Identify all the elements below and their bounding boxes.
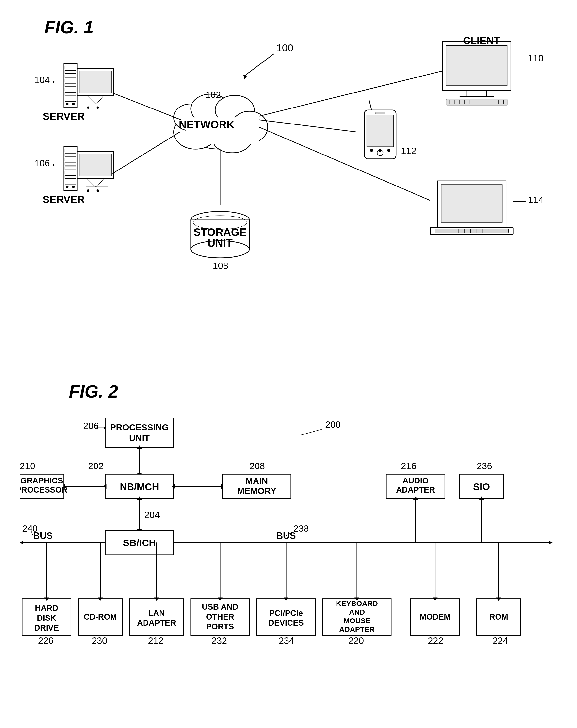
- keyboard-label2: AND: [349, 608, 365, 616]
- svg-line-23: [87, 96, 96, 104]
- rom-label: ROM: [490, 612, 508, 621]
- network-cloud: NETWORK: [174, 94, 268, 153]
- ref-106-label: 106: [34, 158, 50, 168]
- lan-adapter-label2: ADAPTER: [137, 618, 176, 627]
- svg-line-51: [112, 132, 180, 174]
- ref-112-label: 112: [401, 146, 417, 156]
- processing-unit-label1: PROCESSING: [110, 422, 169, 432]
- ref-240: 240: [22, 523, 37, 534]
- svg-rect-22: [79, 71, 111, 93]
- ref-212: 212: [148, 635, 164, 646]
- sb-ich-label: SB/ICH: [123, 537, 156, 548]
- svg-rect-88: [441, 184, 502, 223]
- sio-label: SIO: [473, 481, 490, 492]
- ref-220: 220: [348, 635, 364, 646]
- mobile-device: [364, 100, 396, 159]
- ref-236: 236: [477, 461, 492, 471]
- svg-marker-129: [549, 540, 552, 545]
- ref-102-label: 102: [205, 89, 221, 100]
- lan-adapter-label1: LAN: [148, 608, 165, 618]
- network-label: NETWORK: [179, 119, 234, 131]
- ref-208: 208: [249, 461, 265, 471]
- ref-100-label: 100: [276, 42, 294, 54]
- processing-unit-label2: UNIT: [129, 433, 150, 443]
- svg-point-27: [97, 106, 99, 109]
- svg-marker-29: [53, 81, 55, 83]
- svg-rect-63: [446, 99, 507, 105]
- ref-216: 216: [401, 461, 417, 471]
- pci-label2: DEVICES: [268, 618, 304, 627]
- laptop-icon: [430, 181, 513, 234]
- svg-point-46: [87, 189, 90, 192]
- audio-adapter-label2: ADAPTER: [396, 485, 435, 494]
- ref-202: 202: [88, 461, 104, 471]
- fig2-svg: 200 PROCESSING UNIT 206 NB/MCH 202: [20, 379, 557, 723]
- svg-line-104: [301, 429, 323, 435]
- hard-disk-label2: DISK: [37, 613, 56, 622]
- usb-label1: USB AND: [202, 602, 238, 612]
- modem-label: MODEM: [420, 612, 451, 621]
- audio-adapter-label1: AUDIO: [402, 476, 429, 485]
- nb-mch-label: NB/MCH: [120, 481, 159, 492]
- svg-point-84: [379, 149, 381, 152]
- server2-icon: [64, 147, 114, 192]
- svg-marker-49: [53, 164, 55, 166]
- svg-text:STORAGE: STORAGE: [194, 226, 246, 238]
- ref-204: 204: [144, 510, 160, 520]
- svg-point-39: [66, 186, 69, 188]
- ref-200: 200: [325, 419, 341, 430]
- server2-label: SERVER: [43, 193, 85, 205]
- svg-line-24: [97, 96, 104, 104]
- storage-unit: STORAGE UNIT: [191, 211, 249, 258]
- svg-rect-10: [64, 64, 77, 108]
- hard-disk-label3: DRIVE: [34, 623, 59, 632]
- server1-label: SERVER: [43, 110, 85, 122]
- usb-label2: OTHER: [206, 612, 234, 621]
- svg-line-86: [259, 120, 357, 132]
- svg-rect-60: [446, 45, 507, 86]
- svg-point-85: [387, 149, 390, 152]
- svg-point-19: [66, 103, 69, 105]
- svg-marker-1: [243, 75, 247, 79]
- svg-line-82: [369, 100, 372, 110]
- svg-line-0: [245, 54, 274, 76]
- hard-disk-label1: HARD: [35, 603, 58, 613]
- ref-104-label: 104: [34, 75, 50, 85]
- graphics-processor-label1: GRAPHICS: [20, 476, 63, 485]
- svg-point-40: [72, 186, 75, 188]
- fig1-diagram: FIG. 1 100 NETWORK 102: [20, 15, 557, 359]
- usb-label3: PORTS: [206, 622, 234, 631]
- keyboard-label3: MOUSE: [343, 617, 370, 625]
- svg-rect-80: [375, 112, 385, 114]
- fig1-svg: 100 NETWORK 102: [20, 15, 557, 359]
- main-memory-label1: MAIN: [245, 476, 268, 486]
- graphics-processor-label2: PROCESSOR: [20, 485, 68, 494]
- page: FIG. 1 100 NETWORK 102: [0, 0, 577, 728]
- pci-label1: PCI/PCIe: [269, 608, 303, 618]
- svg-rect-42: [79, 154, 111, 176]
- ref-224: 224: [493, 635, 508, 646]
- svg-line-103: [259, 127, 430, 201]
- ref-114-label: 114: [528, 194, 544, 205]
- server1-icon: [64, 64, 114, 109]
- keyboard-label4: ADAPTER: [339, 625, 375, 633]
- svg-line-43: [87, 178, 96, 187]
- svg-point-20: [72, 103, 75, 105]
- cd-rom-label: CD-ROM: [84, 612, 117, 621]
- ref-226: 226: [38, 635, 53, 646]
- svg-rect-61: [467, 90, 486, 97]
- ref-234: 234: [279, 635, 294, 646]
- ref-232: 232: [211, 635, 227, 646]
- ref-108-label: 108: [213, 261, 228, 271]
- ref-222: 222: [428, 635, 443, 646]
- svg-rect-79: [367, 115, 394, 147]
- svg-point-26: [87, 106, 90, 109]
- svg-point-47: [97, 189, 99, 192]
- svg-line-77: [259, 71, 443, 116]
- ref-238: 238: [294, 523, 309, 534]
- svg-point-83: [370, 149, 373, 152]
- ref-110-label: 110: [528, 53, 544, 63]
- main-memory-label2: MEMORY: [237, 486, 276, 496]
- svg-rect-30: [64, 147, 77, 191]
- client-icon: [442, 42, 511, 105]
